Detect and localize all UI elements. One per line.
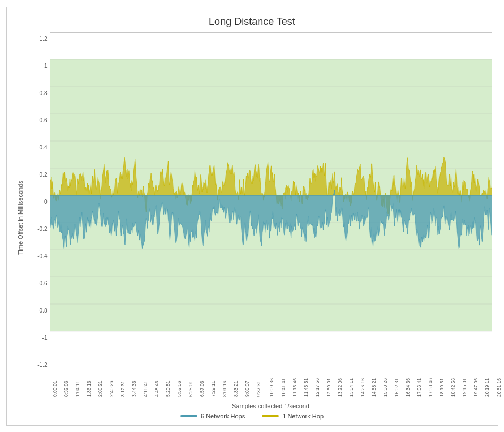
plot-and-yaxis: 1.210.80.60.40.20-0.2-0.4-0.6-0.8-1-1.2 <box>28 32 492 358</box>
x-axis-label: Samples collected 1/second <box>50 403 492 409</box>
x-tick: 17:06:41 <box>416 378 422 396</box>
chart-container: Long Distance Test Time Offset in Millis… <box>6 7 498 426</box>
x-tick: 0:32:06 <box>63 380 69 396</box>
x-tick: 10:41:41 <box>280 378 286 396</box>
x-tick: 18:10:51 <box>439 378 445 396</box>
y-tick: -1 <box>42 334 48 340</box>
x-axis: 0:00:010:32:061:04:111:36:162:08:212:40:… <box>50 358 492 409</box>
x-tick: 15:30:26 <box>382 378 388 396</box>
x-tick: 19:15:01 <box>462 378 467 396</box>
legend-label: 1 Network Hop <box>282 413 324 420</box>
x-tick: 3:12:31 <box>120 380 126 396</box>
chart-title: Long Distance Test <box>209 16 295 28</box>
y-tick: -0.8 <box>37 307 47 313</box>
y-tick: -1.2 <box>37 361 47 367</box>
legend-item: 6 Network Hops <box>180 413 245 420</box>
y-tick: 1 <box>44 62 48 69</box>
y-tick: 0.8 <box>40 89 48 96</box>
x-tick: 5:20:51 <box>165 380 171 396</box>
x-tick: 2:40:26 <box>109 380 114 396</box>
y-tick: -0.6 <box>37 280 47 286</box>
y-tick: 0.2 <box>40 171 48 177</box>
x-tick: 6:25:01 <box>188 380 193 396</box>
y-tick: -0.2 <box>37 225 47 232</box>
x-tick: 6:57:06 <box>199 380 205 396</box>
x-tick: 8:33:21 <box>234 380 239 396</box>
y-tick: 0.6 <box>40 117 48 123</box>
x-tick: 19:47:06 <box>473 378 479 396</box>
x-tick: 0:00:01 <box>52 380 58 396</box>
y-tick: -0.4 <box>37 253 47 259</box>
y-axis-label: Time Offset in Milliseconds <box>17 187 24 255</box>
x-tick: 10:09:36 <box>269 378 274 396</box>
x-tick: 20:19:11 <box>484 378 490 396</box>
x-tick: 9:37:31 <box>256 380 262 396</box>
x-tick: 11:45:51 <box>303 378 308 396</box>
chart-svg <box>50 32 492 358</box>
x-tick: 13:54:11 <box>348 378 354 396</box>
x-tick: 7:29:11 <box>210 380 216 396</box>
y-tick: 1.2 <box>40 35 48 41</box>
x-tick: 12:17:56 <box>314 378 320 396</box>
x-tick: 8:01:16 <box>222 380 227 396</box>
y-axis-label-container: Time Offset in Milliseconds <box>12 32 28 409</box>
chart-with-axes: 1.210.80.60.40.20-0.2-0.4-0.6-0.8-1-1.2 … <box>28 32 492 409</box>
legend-line <box>262 415 279 417</box>
x-tick: 1:36:16 <box>86 380 92 396</box>
legend-line <box>180 415 197 417</box>
x-tick: 14:58:21 <box>371 378 376 396</box>
x-tick: 16:02:31 <box>394 378 399 396</box>
legend-label: 6 Network Hops <box>201 413 245 420</box>
x-tick: 1:04:11 <box>75 380 80 396</box>
y-tick: 0 <box>44 198 48 204</box>
x-tick: 20:51:16 <box>496 378 501 396</box>
x-tick: 9:05:37 <box>245 380 251 396</box>
plot-area <box>50 32 492 358</box>
x-tick: 11:13:46 <box>291 378 297 396</box>
legend: 6 Network Hops1 Network Hop <box>180 413 324 420</box>
y-axis: 1.210.80.60.40.20-0.2-0.4-0.6-0.8-1-1.2 <box>28 32 50 358</box>
x-tick: 4:16:41 <box>143 380 148 396</box>
x-tick: 13:22:06 <box>337 378 342 396</box>
x-tick: 16:34:36 <box>405 378 411 396</box>
x-tick: 2:08:21 <box>97 380 103 396</box>
x-tick: 4:48:46 <box>154 380 160 396</box>
legend-item: 1 Network Hop <box>262 413 324 420</box>
x-tick: 17:38:46 <box>428 378 433 396</box>
x-tick: 12:50:01 <box>325 378 331 396</box>
x-tick: 5:52:56 <box>176 380 182 396</box>
x-tick: 18:42:56 <box>450 378 456 396</box>
x-tick: 3:44:36 <box>131 380 137 396</box>
x-ticks: 0:00:010:32:061:04:111:36:162:08:212:40:… <box>50 358 492 409</box>
y-tick: 0.4 <box>40 144 48 150</box>
chart-area: Time Offset in Milliseconds 1.210.80.60.… <box>12 32 492 409</box>
x-tick: 14:26:16 <box>359 378 365 396</box>
